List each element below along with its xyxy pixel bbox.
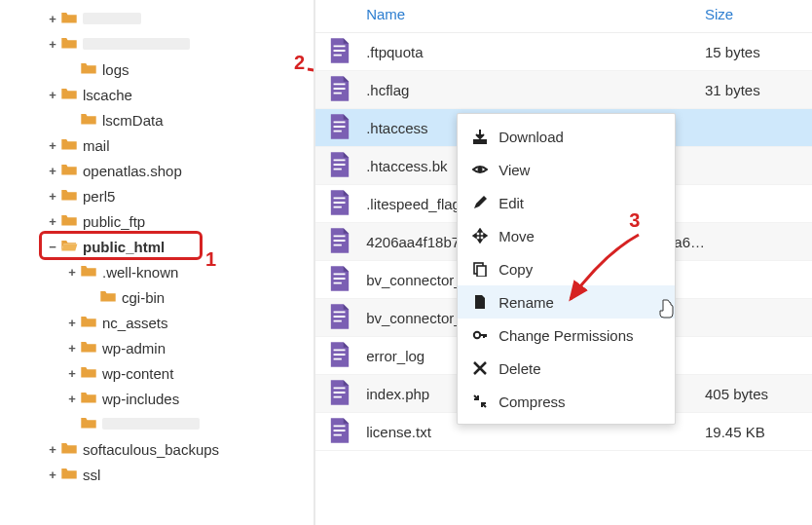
folder-icon	[60, 87, 83, 103]
column-size[interactable]: Size	[705, 0, 812, 32]
file-icon	[315, 114, 366, 142]
svg-point-0	[478, 168, 483, 172]
tree-item-label: lscmData	[102, 112, 164, 129]
file-name: .ftpquota	[366, 44, 705, 60]
tree-item-perl5[interactable]: +perl5	[10, 183, 314, 208]
tree-item-mail[interactable]: +mail	[10, 132, 314, 158]
tree-toggle-icon[interactable]: +	[66, 316, 78, 330]
file-icon	[315, 228, 366, 256]
folder-icon	[60, 36, 83, 53]
svg-rect-2	[477, 266, 486, 277]
tree-item-label: softaculous_backups	[83, 441, 219, 458]
tree-item-wp-content[interactable]: +wp-content	[10, 360, 314, 386]
tree-toggle-icon[interactable]: +	[47, 189, 58, 204]
tree-toggle-icon[interactable]: +	[66, 265, 78, 280]
file-size: 405 bytes	[705, 386, 812, 402]
context-menu-edit[interactable]: Edit	[458, 186, 675, 219]
tree-item-label: nc_assets	[102, 315, 168, 331]
context-menu-label: Edit	[498, 195, 524, 211]
tree-item-cgi-bin[interactable]: cgi-bin	[10, 284, 314, 310]
tree-item-logs[interactable]: logs	[10, 56, 314, 82]
tree-item-.well-known[interactable]: +.well-known	[10, 259, 314, 284]
tree-item-label: wp-admin	[102, 340, 166, 356]
file-row[interactable]: .hcflag31 bytes	[315, 71, 812, 109]
tree-item-label: cgi-bin	[122, 289, 165, 306]
folder-icon	[80, 315, 102, 331]
context-menu-label: Compress	[498, 394, 565, 410]
context-menu-label: Move	[498, 228, 535, 244]
folder-icon	[80, 264, 102, 281]
file-icon	[315, 266, 366, 294]
tree-item-public_ftp[interactable]: +public_ftp	[10, 208, 314, 234]
tree-toggle-icon[interactable]: +	[47, 37, 58, 52]
tree-item-label: .well-known	[102, 264, 178, 281]
context-menu-delete[interactable]: Delete	[458, 352, 675, 385]
tree-toggle-icon[interactable]: −	[47, 240, 58, 254]
tree-item-blank[interactable]: +	[10, 6, 314, 31]
tree-toggle-icon[interactable]: +	[47, 468, 58, 482]
tree-item-nc_assets[interactable]: +nc_assets	[10, 310, 314, 335]
context-menu-compress[interactable]: Compress	[458, 385, 675, 418]
tree-item-label: public_html	[83, 239, 165, 255]
file-name: .hcflag	[366, 82, 705, 98]
tree-item-public_html[interactable]: −public_html	[10, 234, 314, 259]
tree-toggle-icon[interactable]: +	[47, 164, 58, 178]
folder-icon	[60, 213, 83, 230]
context-menu-view[interactable]: View	[458, 153, 675, 186]
folder-icon	[60, 188, 83, 205]
context-menu-rename[interactable]: Rename	[458, 285, 675, 319]
folder-icon	[80, 365, 102, 382]
context-menu-label: Download	[498, 129, 564, 145]
tree-toggle-icon[interactable]: +	[66, 366, 78, 381]
context-menu-label: Rename	[498, 294, 554, 311]
folder-icon	[80, 61, 102, 78]
tree-toggle-icon[interactable]: +	[47, 12, 58, 26]
tree-item-label: ssl	[83, 467, 100, 483]
folder-icon	[60, 467, 83, 483]
tree-toggle-icon[interactable]: +	[47, 442, 58, 457]
tree-toggle-icon[interactable]: +	[47, 214, 58, 229]
column-name[interactable]: Name	[315, 0, 705, 32]
file-icon	[315, 380, 366, 408]
compress-icon	[471, 393, 489, 410]
tree-item-label: lscache	[83, 87, 132, 103]
file-size: 31 bytes	[705, 82, 812, 98]
context-menu-label: Delete	[498, 360, 540, 377]
file-icon	[315, 418, 366, 446]
redacted-folder	[83, 13, 141, 24]
folder-icon	[60, 11, 83, 27]
download-icon	[471, 128, 489, 145]
tree-item-lscache[interactable]: +lscache	[10, 82, 314, 107]
tree-item-label: wp-includes	[102, 391, 179, 407]
context-menu-copy[interactable]: Copy	[458, 252, 675, 285]
tree-toggle-icon[interactable]: +	[47, 138, 58, 153]
folder-icon	[60, 239, 83, 255]
tree-item-wp-includes[interactable]: +wp-includes	[10, 386, 314, 411]
tree-toggle-icon[interactable]: +	[66, 392, 78, 406]
folder-icon	[99, 289, 122, 306]
tree-toggle-icon[interactable]: +	[47, 88, 58, 102]
tree-item-ssl[interactable]: +ssl	[10, 462, 314, 487]
file-size: 15 bytes	[705, 44, 812, 60]
folder-icon	[60, 441, 83, 458]
context-menu-move[interactable]: Move	[458, 219, 675, 252]
tree-item-label: public_ftp	[83, 213, 145, 230]
file-list-header: Name Size	[315, 0, 812, 33]
context-menu: DownloadViewEditMoveCopyRenameChange Per…	[457, 113, 676, 425]
context-menu-download[interactable]: Download	[458, 120, 675, 153]
tree-item-blank[interactable]	[10, 411, 314, 436]
tree-item-openatlas.shop[interactable]: +openatlas.shop	[10, 158, 314, 183]
file-name: license.txt	[366, 424, 705, 440]
context-menu-change-permissions[interactable]: Change Permissions	[458, 319, 675, 352]
move-icon	[471, 227, 489, 244]
file-icon	[471, 293, 489, 311]
file-row[interactable]: .ftpquota15 bytes	[315, 33, 812, 71]
tree-item-lscmData[interactable]: lscmData	[10, 107, 314, 132]
eye-icon	[471, 161, 489, 178]
tree-item-blank[interactable]: +	[10, 31, 314, 56]
file-icon	[315, 304, 366, 332]
tree-toggle-icon[interactable]: +	[66, 341, 78, 356]
tree-item-label: perl5	[83, 188, 115, 205]
tree-item-wp-admin[interactable]: +wp-admin	[10, 335, 314, 360]
tree-item-softaculous_backups[interactable]: +softaculous_backups	[10, 436, 314, 462]
